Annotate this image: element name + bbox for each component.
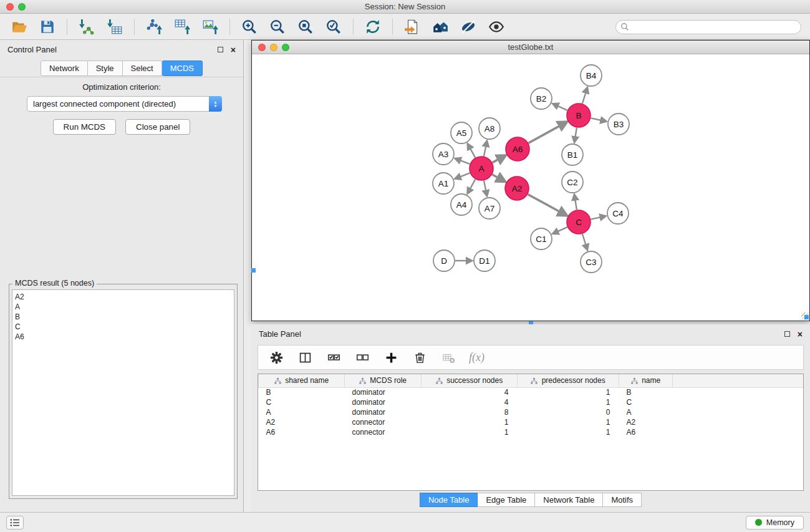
network-node-B2[interactable]: B2 — [531, 88, 552, 109]
table-row[interactable]: A6connector11A6 — [259, 427, 804, 437]
delete-column-button[interactable] — [412, 349, 428, 365]
zoom-window-icon[interactable] — [18, 3, 26, 11]
select-all-button[interactable] — [325, 349, 342, 365]
table-cell[interactable]: 1 — [422, 417, 518, 427]
zoom-out-button[interactable] — [264, 16, 291, 37]
network-zoom-icon[interactable] — [282, 44, 289, 51]
show-hide-button[interactable] — [483, 16, 509, 37]
export-network-button[interactable] — [141, 16, 167, 37]
table-cell[interactable]: connector — [345, 417, 422, 427]
table-row[interactable]: A2connector11A2 — [259, 417, 804, 427]
close-panel-icon[interactable]: × — [231, 47, 236, 53]
zoom-in-button[interactable] — [236, 16, 263, 37]
network-edge[interactable] — [574, 128, 577, 142]
network-edge[interactable] — [456, 173, 470, 178]
toggle-columns-button[interactable] — [297, 349, 313, 365]
column-header-MCDS-role[interactable]: MCDS role — [345, 374, 422, 387]
network-node-C4[interactable]: C4 — [607, 203, 629, 224]
table-cell[interactable]: 1 — [422, 427, 518, 437]
network-node-B1[interactable]: B1 — [562, 144, 583, 165]
open-session-button[interactable] — [6, 16, 32, 37]
network-edge[interactable] — [484, 181, 487, 196]
mcds-result-item[interactable]: A — [12, 302, 234, 312]
network-node-C3[interactable]: C3 — [581, 251, 602, 273]
toolbar-search-input[interactable] — [615, 20, 801, 34]
network-edge[interactable] — [493, 156, 505, 163]
close-panel-icon[interactable]: × — [798, 331, 803, 337]
network-node-C1[interactable]: C1 — [531, 228, 552, 249]
table-cell[interactable]: dominator — [345, 397, 422, 407]
table-cell[interactable]: 4 — [422, 397, 518, 407]
network-node-B3[interactable]: B3 — [608, 114, 629, 135]
memory-button[interactable]: Memory — [746, 516, 804, 530]
tab-network-table[interactable]: Network Table — [535, 493, 603, 507]
graphics-details-button[interactable] — [455, 16, 481, 37]
network-node-A7[interactable]: A7 — [479, 198, 500, 219]
network-node-A2[interactable]: A2 — [505, 177, 529, 200]
network-edge[interactable] — [582, 88, 587, 104]
network-edge[interactable] — [484, 142, 487, 157]
network-edge[interactable] — [492, 175, 504, 181]
table-cell[interactable]: 4 — [422, 387, 518, 397]
tab-select[interactable]: Select — [123, 60, 162, 76]
table-cell[interactable]: B — [619, 387, 673, 397]
table-row[interactable]: Bdominator41B — [259, 387, 804, 397]
network-edge[interactable] — [553, 227, 567, 233]
network-canvas[interactable]: B4B2BB3A5A8A6A3B1AA1C2A2A4A7CC4C1C3DD1 — [252, 54, 809, 321]
mcds-result-item[interactable]: A2 — [12, 292, 234, 302]
network-node-B[interactable]: B — [567, 104, 591, 127]
network-edge[interactable] — [456, 158, 470, 164]
table-cell[interactable]: A — [619, 407, 673, 417]
network-edge[interactable] — [553, 104, 567, 110]
network-edge[interactable] — [468, 144, 475, 157]
table-cell[interactable]: 8 — [422, 407, 518, 417]
table-cell[interactable]: 1 — [518, 417, 619, 427]
network-node-A3[interactable]: A3 — [433, 143, 454, 165]
zoom-selected-button[interactable] — [321, 16, 347, 37]
table-settings-button[interactable] — [268, 349, 284, 365]
optimization-dropdown[interactable]: largest connected component (directed) ▲… — [27, 96, 222, 112]
network-node-B4[interactable]: B4 — [581, 65, 602, 86]
column-header-successor-nodes[interactable]: successor nodes — [422, 374, 518, 387]
close-window-icon[interactable] — [6, 3, 14, 11]
mcds-result-item[interactable]: B — [12, 312, 234, 322]
export-image-button[interactable] — [197, 16, 223, 37]
tab-edge-table[interactable]: Edge Table — [478, 493, 535, 507]
deselect-all-button[interactable] — [354, 349, 370, 365]
network-close-icon[interactable] — [258, 44, 266, 51]
apply-layout-button[interactable] — [360, 16, 386, 37]
network-edge[interactable] — [591, 118, 606, 121]
tab-node-table[interactable]: Node Table — [420, 493, 478, 507]
table-cell[interactable]: connector — [345, 427, 422, 437]
network-node-A4[interactable]: A4 — [451, 194, 472, 215]
run-mcds-button[interactable]: Run MCDS — [53, 119, 116, 135]
table-cell[interactable]: 1 — [518, 397, 619, 407]
import-table-button[interactable] — [102, 16, 128, 37]
network-edge[interactable] — [582, 234, 587, 249]
float-panel-icon[interactable] — [784, 331, 790, 337]
network-edge[interactable] — [528, 195, 566, 215]
first-neighbors-button[interactable] — [399, 16, 425, 37]
network-svg[interactable]: B4B2BB3A5A8A6A3B1AA1C2A2A4A7CC4C1C3DD1 — [252, 54, 809, 321]
network-node-C2[interactable]: C2 — [562, 172, 583, 193]
tab-mcds[interactable]: MCDS — [162, 60, 203, 76]
table-cell[interactable]: A2 — [619, 417, 673, 427]
network-edge[interactable] — [468, 180, 475, 193]
network-node-A6[interactable]: A6 — [506, 137, 529, 161]
delete-table-button[interactable] — [440, 349, 456, 365]
zoom-fit-button[interactable] — [292, 16, 319, 37]
network-node-D1[interactable]: D1 — [474, 250, 495, 271]
network-node-A1[interactable]: A1 — [433, 173, 454, 194]
mcds-result-item[interactable]: A6 — [12, 332, 234, 342]
table-cell[interactable]: C — [619, 397, 673, 407]
network-node-D[interactable]: D — [433, 250, 455, 271]
tab-motifs[interactable]: Motifs — [603, 493, 642, 507]
table-cell[interactable]: A — [259, 407, 345, 417]
table-row[interactable]: Adominator80A — [259, 407, 804, 417]
column-header-name[interactable]: name — [619, 374, 673, 387]
column-header-predecessor-nodes[interactable]: predecessor nodes — [518, 374, 619, 387]
table-cell[interactable]: 1 — [518, 427, 619, 437]
network-node-A8[interactable]: A8 — [479, 118, 500, 139]
close-panel-button[interactable]: Close panel — [125, 119, 190, 135]
mcds-result-list[interactable]: A2ABCA6 — [12, 289, 234, 496]
